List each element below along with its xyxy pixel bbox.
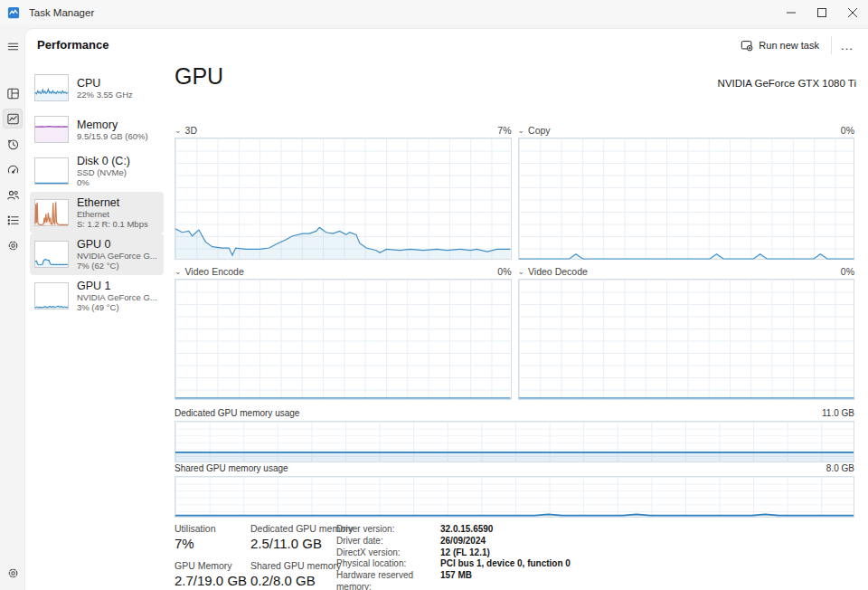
kv-hardware-reserved-label: Hardware reserved memory: [336,570,440,590]
cpu-sub: 22% 3.55 GHz [77,90,133,100]
gpu1-sub1: NVIDIA GeForce G... [77,292,157,302]
chart-header-3d[interactable]: ⌄ 3D 7% [175,124,512,137]
stat-utilisation-value: 7% [175,535,249,552]
chart-3d [175,138,512,260]
chart-value-3d: 7% [497,125,511,136]
chart-video-decode [518,279,855,400]
chevron-down-icon: ⌄ [175,267,182,276]
disk-thumbnail-chart [34,157,69,185]
kv-directx-version-label: DirectX version: [336,547,440,559]
page-title: Performance [37,38,108,52]
chart-dedicated-memory [175,421,854,462]
sidebar-item-startup-apps[interactable] [3,159,23,179]
cpu-title: CPU [77,77,133,90]
disk-title: Disk 0 (C:) [77,155,130,167]
minimize-button[interactable] [776,0,807,25]
chart-video-encode [175,279,512,400]
titlebar: Task Manager [0,0,868,25]
shared-memory-max: 8.0 GB [826,463,854,474]
chart-value-video-decode: 0% [841,266,854,277]
kv-physical-location: Physical location: PCI bus 1, device 0, … [336,558,571,570]
run-new-task-button[interactable]: Run new task [735,34,825,56]
gpu-name: NVIDIA GeForce GTX 1080 Ti [718,78,856,89]
stat-gpu-memory-label: GPU Memory [175,560,249,572]
sidebar-item-gpu1[interactable]: GPU 1 NVIDIA GeForce G... 3% (49 °C) [30,275,164,317]
sidebar-item-details[interactable] [3,210,23,230]
memory-thumbnail-chart [34,116,69,143]
run-new-task-icon [741,39,753,52]
sidebar-item-processes[interactable] [3,83,23,103]
chart-header-copy[interactable]: ⌄ Copy 0% [518,124,855,137]
dedicated-memory-label: Dedicated GPU memory usage [175,408,299,419]
menu-icon[interactable] [3,36,23,56]
gpu-detail-panel: GPU NVIDIA GeForce GTX 1080 Ti ⌄ 3D 7% [175,63,856,590]
memory-title: Memory [77,119,148,131]
memory-sub: 9.5/15.9 GB (60%) [77,131,148,141]
sidebar-item-performance[interactable] [3,109,23,128]
kv-driver-version-label: Driver version: [336,524,440,536]
sidebar-item-users[interactable] [3,185,23,205]
kv-physical-location-value: PCI bus 1, device 0, function 0 [440,558,571,570]
kv-hardware-reserved: Hardware reserved memory: 157 MB [336,570,571,590]
close-button[interactable] [837,0,868,25]
content-card: Performance Run new task ... CPU 22% 3.5… [25,29,868,590]
chart-label-video-decode: Video Decode [528,266,588,277]
services-icon [6,239,20,252]
sidebar-item-cpu[interactable]: CPU 22% 3.55 GHz [30,67,164,109]
app-history-icon [6,138,20,151]
users-icon [6,188,20,202]
chart-header-video-decode[interactable]: ⌄ Video Decode 0% [518,265,855,278]
window-title: Task Manager [29,7,94,18]
sidebar-item-disk0[interactable]: Disk 0 (C:) SSD (NVMe) 0% [30,150,164,192]
stat-gpu-memory-value: 2.7/19.0 GB [175,572,249,589]
sidebar-item-ethernet[interactable]: Ethernet Ethernet S: 1.2 R: 0.1 Mbps [30,192,164,233]
gpu1-sub2: 3% (49 °C) [77,302,157,312]
chart-header-video-encode[interactable]: ⌄ Video Encode 0% [175,265,512,278]
details-icon [6,214,20,227]
kv-driver-date-value: 26/09/2024 [440,536,486,547]
disk-sub1: SSD (NVMe) [77,167,130,177]
cpu-thumbnail-chart [34,74,69,101]
performance-icon [6,112,20,126]
kv-driver-date: Driver date: 26/09/2024 [336,536,571,547]
stat-dedicated-value: 2.5/11.0 GB [250,535,336,552]
stat-utilisation-label: Utilisation [175,523,249,535]
ethernet-sub2: S: 1.2 R: 0.1 Mbps [77,219,148,229]
sidebar-item-app-history[interactable] [3,134,23,154]
sidebar-item-memory[interactable]: Memory 9.5/15.9 GB (60%) [30,109,164,150]
task-manager-app-icon [7,6,20,19]
chart-value-video-encode: 0% [497,266,511,277]
more-options-button[interactable]: ... [835,34,859,56]
dedicated-memory-max: 11.0 GB [822,408,854,419]
stat-dedicated-label: Dedicated GPU memory [250,523,336,535]
kv-directx-version-value: 12 (FL 12.1) [440,547,490,559]
chart-label-3d: 3D [185,125,197,136]
shared-memory-label: Shared GPU memory usage [175,463,288,474]
header-divider [831,36,832,54]
gpu1-title: GPU 1 [77,280,157,292]
kv-directx-version: DirectX version: 12 (FL 12.1) [336,547,571,559]
startup-apps-icon [6,163,20,176]
gear-icon [6,566,20,580]
ethernet-sub1: Ethernet [77,209,148,219]
kv-driver-version: Driver version: 32.0.15.6590 [336,524,571,536]
chart-label-video-encode: Video Encode [185,266,244,277]
chart-copy [518,138,855,260]
kv-driver-date-label: Driver date: [336,536,440,547]
nav-rail [0,25,25,590]
chevron-down-icon: ⌄ [518,126,525,135]
kv-physical-location-label: Physical location: [336,558,440,570]
chart-value-copy: 0% [841,125,854,136]
chevron-down-icon: ⌄ [518,267,525,276]
sidebar-item-gpu0[interactable]: GPU 0 NVIDIA GeForce G... 7% (62 °C) [30,233,164,275]
stat-shared-value: 0.2/8.0 GB [250,572,336,589]
maximize-button[interactable] [807,0,837,25]
ethernet-thumbnail-chart [34,199,69,226]
kv-hardware-reserved-value: 157 MB [440,570,472,590]
settings-button[interactable] [3,563,23,583]
chart-shared-memory [175,476,854,518]
gpu0-sub1: NVIDIA GeForce G... [77,251,157,261]
sidebar-item-services[interactable] [3,235,23,255]
chevron-down-icon: ⌄ [175,126,182,135]
run-new-task-label: Run new task [759,40,819,51]
